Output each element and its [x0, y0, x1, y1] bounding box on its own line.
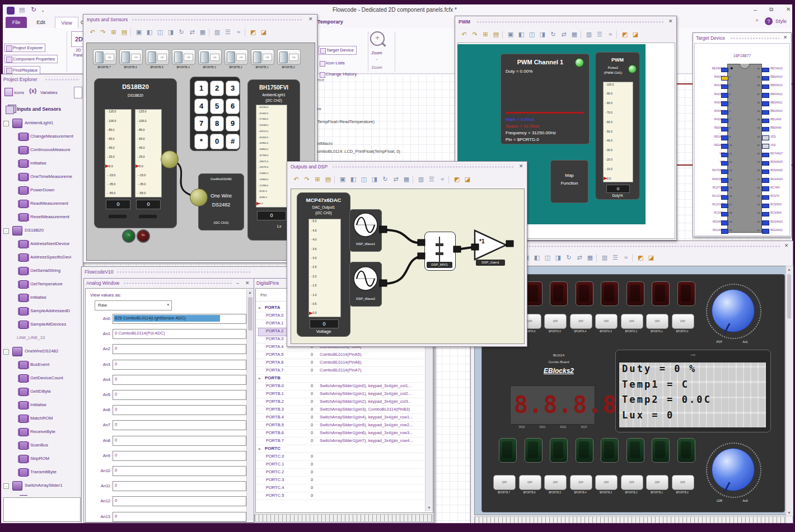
scroll-down-arrow-icon[interactable]: ▼: [787, 511, 791, 515]
style-button[interactable]: Style: [775, 18, 787, 24]
digital-pin-name[interactable]: PORTA.0: [266, 313, 283, 318]
port-toggle[interactable]: OFF: [621, 314, 643, 329]
copy-icon[interactable]: ⊞: [481, 30, 490, 39]
pin-right[interactable]: [762, 68, 769, 73]
digital-pin-name[interactable]: PORTA.5: [266, 352, 283, 357]
project-explorer-caption-dots[interactable]: [45, 77, 80, 82]
switch-thumb[interactable]: [279, 51, 288, 63]
chart-icon[interactable]: ▥: [213, 27, 222, 37]
digital-pin-name[interactable]: PORTB.6: [266, 430, 284, 435]
pin-right[interactable]: [762, 110, 769, 115]
tab-temporary[interactable]: Temporary: [317, 19, 343, 25]
switch-thumb[interactable]: [174, 51, 183, 63]
tree-item[interactable]: Initialise: [1, 158, 83, 171]
align-center-icon[interactable]: ◫: [527, 30, 536, 39]
analog-row-input[interactable]: 0: [113, 466, 246, 476]
new-component-icon[interactable]: ▣: [338, 175, 347, 184]
group-icon[interactable]: ▦: [402, 175, 411, 184]
tree-item[interactable]: AddressSpecificDevi: [1, 252, 83, 265]
view-item-target-device[interactable]: Target Device: [319, 46, 357, 55]
target-caption-dots[interactable]: [730, 35, 779, 41]
tree-item[interactable]: BusEvent: [1, 359, 83, 373]
bring-front-icon[interactable]: ◩: [249, 27, 258, 37]
switch-thumb[interactable]: [95, 51, 104, 63]
port-toggle[interactable]: OFF: [621, 475, 643, 490]
analog-row-input[interactable]: 0: [113, 512, 246, 522]
dsp-mixer-component[interactable]: DSP_MIX1: [424, 232, 456, 271]
redo-icon[interactable]: ↷: [99, 27, 107, 37]
pwm-slider-box[interactable]: PWM Pulse2 (PWM CH1) 0 Duty% - 100.0- 90…: [595, 52, 640, 200]
chart-icon[interactable]: ▥: [417, 175, 425, 184]
switch-thumb[interactable]: [227, 51, 235, 63]
digital-pin-name[interactable]: PORTA.6: [266, 360, 283, 365]
send-back-icon[interactable]: ◪: [647, 253, 656, 262]
rotate-icon[interactable]: ↻: [381, 175, 390, 184]
digital-pin-name[interactable]: PORTB.0: [266, 383, 284, 388]
digital-pin-name[interactable]: PORTB.7: [266, 438, 284, 443]
analog-row-input[interactable]: 0 ComboBL0114(Pot ADC): [113, 329, 246, 339]
digital-pin-name[interactable]: PORTC.2: [266, 469, 284, 474]
group-icon[interactable]: ▦: [198, 27, 207, 37]
tree-item[interactable]: GetDeviceCount: [1, 373, 83, 386]
new-component-icon[interactable]: ▣: [134, 27, 143, 37]
port-toggle[interactable]: OFF: [544, 475, 567, 490]
pin-left[interactable]: [721, 68, 728, 73]
align-right-icon[interactable]: ◨: [554, 253, 563, 262]
app-icon[interactable]: [7, 7, 15, 15]
paste-icon[interactable]: ▤: [492, 30, 501, 39]
pin-left[interactable]: [721, 161, 728, 166]
tree-expander-icon[interactable]: -: [3, 121, 9, 126]
port-toggle[interactable]: OFF: [544, 314, 567, 329]
slide-switch[interactable]: ON: [172, 49, 195, 65]
pin-right[interactable]: [762, 186, 769, 191]
variables-icon[interactable]: {x}: [29, 88, 36, 94]
one-wire-node[interactable]: [161, 150, 179, 168]
tree-item[interactable]: ReceiveByte: [1, 426, 83, 440]
pot-knob[interactable]: [706, 284, 761, 339]
icons-grid-icon[interactable]: [4, 88, 13, 96]
send-back-icon[interactable]: ◪: [259, 27, 268, 37]
pin-right[interactable]: [762, 84, 769, 90]
digital-pin-name[interactable]: PORTC.5: [266, 493, 284, 498]
switch-thumb[interactable]: [253, 51, 261, 63]
paste-icon[interactable]: ▤: [120, 27, 129, 37]
pin-right[interactable]: [762, 204, 769, 209]
tree-expander-icon[interactable]: -: [3, 483, 9, 489]
slide-switch[interactable]: ON: [277, 49, 301, 65]
port-toggle[interactable]: OFF: [519, 475, 541, 490]
ldr-knob[interactable]: [706, 442, 761, 498]
align-left-icon[interactable]: ◧: [517, 30, 526, 39]
port-toggle[interactable]: OFF: [493, 475, 516, 490]
pin-left[interactable]: [721, 186, 728, 191]
tab-variables[interactable]: Variables: [40, 90, 58, 95]
digital-pin-name[interactable]: PORTC.0: [266, 454, 284, 459]
port-toggle[interactable]: OFF: [672, 314, 694, 329]
inputs-caption-dots[interactable]: [132, 17, 303, 22]
redo-icon[interactable]: ↷: [302, 175, 311, 184]
tab-icons[interactable]: Icons: [14, 90, 24, 95]
align-left-icon[interactable]: ◧: [349, 175, 358, 184]
properties-icon[interactable]: ☰: [595, 30, 604, 39]
pin-left[interactable]: [721, 204, 728, 209]
analog-row-input[interactable]: 0: [113, 420, 246, 430]
digital-pin-name[interactable]: PORTA.2: [266, 328, 283, 333]
dsp-wave2-component[interactable]: DSP_Wave2: [349, 262, 382, 307]
view-item-icon-lists[interactable]: Icon Lists: [319, 59, 345, 67]
group-expander-icon[interactable]: ▶: [259, 376, 261, 380]
pin-right[interactable]: [762, 76, 769, 81]
keypad-key-5[interactable]: 5: [210, 98, 224, 114]
mcp47x6-dac-component[interactable]: MCP47x6DAC DAC_Output1 (I2C CH3) 0 Volta…: [297, 192, 350, 337]
pin-left[interactable]: [721, 76, 728, 81]
pin-left[interactable]: [721, 153, 728, 158]
tab-file[interactable]: File: [6, 17, 27, 28]
keypad-key-7[interactable]: 7: [194, 116, 208, 131]
digital-pin-name[interactable]: PORTB.4: [266, 415, 284, 420]
refresh-icon[interactable]: ↻: [31, 6, 36, 13]
scroll-down-arrow-icon[interactable]: ▼: [427, 506, 431, 510]
port-toggle[interactable]: OFF: [570, 314, 592, 329]
keypad-key-1[interactable]: 1: [194, 81, 208, 96]
tree-item[interactable]: Initialise: [1, 292, 83, 305]
align-left-icon[interactable]: ◧: [145, 27, 154, 37]
keypad-key-9[interactable]: 9: [226, 116, 240, 131]
zoom-minus-button[interactable]: -: [367, 57, 387, 62]
